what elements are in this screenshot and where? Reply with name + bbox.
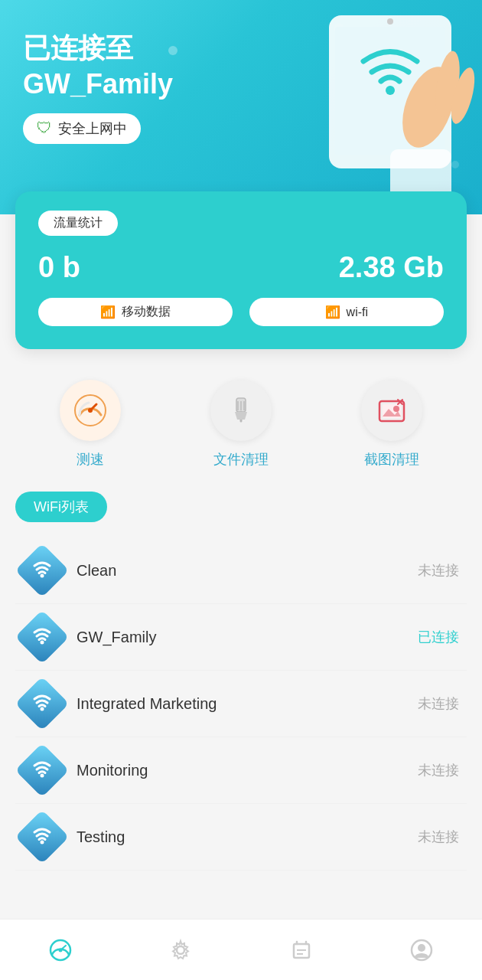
wifi-data-value: 2.38 Gb bbox=[339, 251, 444, 284]
wifi-diamond-icon bbox=[15, 677, 70, 731]
wifi-signal-icon bbox=[32, 825, 52, 849]
wifi-list-item[interactable]: Clean 未连接 bbox=[15, 537, 467, 604]
stats-label: 流量统计 bbox=[38, 211, 118, 236]
mobile-data-icon: 📶 bbox=[100, 305, 116, 319]
svg-point-36 bbox=[418, 944, 425, 952]
svg-point-29 bbox=[177, 946, 184, 954]
wifi-list-item[interactable]: GW_Family 已连接 bbox=[15, 604, 467, 671]
svg-point-23 bbox=[41, 707, 44, 711]
file-clean-label: 文件清理 bbox=[213, 450, 269, 469]
wifi-signal-icon bbox=[32, 758, 52, 782]
screenshot-clean-icon-circle bbox=[361, 380, 422, 441]
svg-point-2 bbox=[387, 18, 393, 24]
svg-point-28 bbox=[58, 948, 62, 952]
wifi-network-name: Clean bbox=[77, 562, 418, 580]
speed-test-label: 测速 bbox=[77, 450, 104, 469]
wifi-connection-status: 未连接 bbox=[418, 828, 459, 846]
screenshot-icon bbox=[375, 394, 409, 427]
nav-tools[interactable] bbox=[241, 920, 362, 980]
svg-point-22 bbox=[41, 641, 44, 645]
speedometer-nav-icon bbox=[48, 938, 73, 962]
wifi-diamond-icon bbox=[15, 610, 70, 665]
wifi-connection-status: 未连接 bbox=[418, 561, 459, 580]
tools-nav-icon bbox=[289, 938, 314, 962]
svg-point-24 bbox=[41, 774, 44, 778]
wifi-network-name: GW_Family bbox=[77, 629, 418, 646]
wifi-icon: 📶 bbox=[325, 305, 340, 319]
bottom-nav bbox=[0, 919, 482, 980]
wifi-list-item[interactable]: Monitoring 未连接 bbox=[15, 737, 467, 804]
broom-icon bbox=[224, 394, 258, 427]
action-file-clean[interactable]: 文件清理 bbox=[210, 380, 272, 469]
mobile-data-button[interactable]: 📶 移动数据 bbox=[38, 298, 233, 326]
wifi-signal-icon bbox=[32, 625, 52, 649]
stats-buttons: 📶 移动数据 📶 wi-fi bbox=[38, 298, 444, 326]
wifi-diamond-icon bbox=[15, 544, 70, 598]
wifi-list-item[interactable]: Integrated Marketing 未连接 bbox=[15, 671, 467, 737]
screenshot-clean-label: 截图清理 bbox=[364, 450, 419, 469]
wifi-diamond-icon bbox=[15, 743, 70, 798]
file-clean-icon-circle bbox=[210, 380, 272, 441]
profile-nav-icon bbox=[409, 938, 434, 962]
wifi-network-name: Integrated Marketing bbox=[77, 695, 418, 713]
actions-section: 测速 文件清理 bbox=[0, 349, 482, 484]
gear-nav-icon bbox=[168, 938, 193, 962]
wifi-diamond-icon bbox=[15, 810, 70, 864]
wifi-connection-status: 已连接 bbox=[418, 628, 459, 646]
speedometer-icon bbox=[73, 394, 107, 427]
safe-badge: 🛡 安全上网中 bbox=[23, 113, 141, 144]
stats-values-row: 0 b 2.38 Gb bbox=[38, 251, 444, 284]
wifi-network-name: Testing bbox=[77, 828, 418, 846]
connected-label: 已连接至 GW_Family bbox=[23, 31, 459, 103]
nav-profile[interactable] bbox=[362, 920, 483, 980]
shield-icon: 🛡 bbox=[37, 119, 52, 137]
wifi-signal-icon bbox=[32, 691, 52, 716]
wifi-network-name: Monitoring bbox=[77, 762, 418, 779]
wifi-section: WiFi列表 Clean 未连接 bbox=[0, 484, 482, 947]
header-banner: 已连接至 GW_Family 🛡 安全上网中 bbox=[0, 0, 482, 214]
action-speed-test[interactable]: 测速 bbox=[60, 380, 121, 469]
svg-point-10 bbox=[88, 408, 93, 413]
nav-speed[interactable] bbox=[0, 920, 121, 980]
speed-test-icon-circle bbox=[60, 380, 121, 441]
nav-settings[interactable] bbox=[121, 920, 242, 980]
svg-point-21 bbox=[41, 574, 44, 578]
wifi-connection-status: 未连接 bbox=[418, 761, 459, 779]
wifi-list-item[interactable]: Testing 未连接 bbox=[15, 804, 467, 871]
svg-point-25 bbox=[41, 841, 44, 844]
mobile-data-value: 0 b bbox=[38, 251, 80, 284]
svg-point-18 bbox=[393, 406, 399, 412]
wifi-list: Clean 未连接 GW_Family 已连接 bbox=[15, 537, 467, 871]
wifi-button[interactable]: 📶 wi-fi bbox=[249, 298, 444, 326]
wifi-signal-icon bbox=[32, 558, 52, 583]
wifi-list-badge: WiFi列表 bbox=[15, 492, 107, 522]
stats-card: 流量统计 0 b 2.38 Gb 📶 移动数据 📶 wi-fi bbox=[15, 191, 467, 349]
wifi-connection-status: 未连接 bbox=[418, 694, 459, 713]
action-screenshot-clean[interactable]: 截图清理 bbox=[361, 380, 422, 469]
